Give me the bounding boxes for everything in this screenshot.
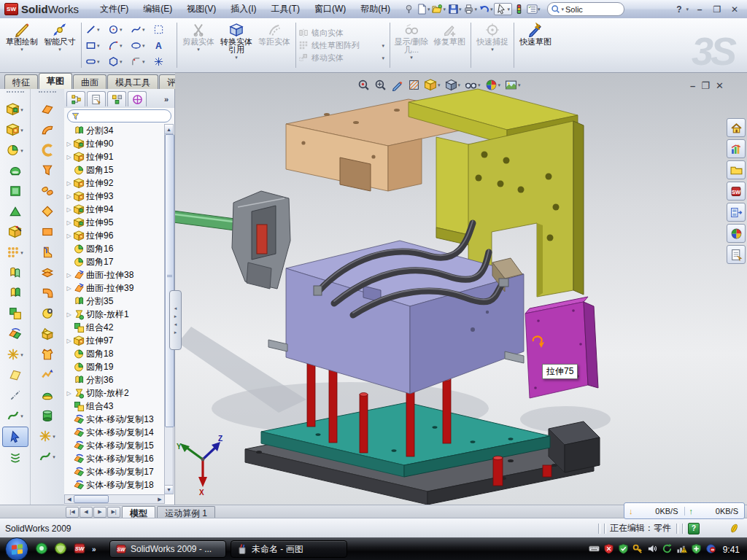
tree-item[interactable]: 实体-移动/复制13	[66, 413, 165, 426]
undo-button[interactable]: ▾	[479, 3, 494, 15]
tree-item[interactable]: ▷拉伸94	[66, 203, 165, 216]
ref-star-button[interactable]: ▾	[3, 345, 28, 364]
curve-button[interactable]: ▾	[35, 447, 60, 466]
extrude-thin-button[interactable]: ▾	[3, 120, 28, 139]
ball-duo-tray-icon[interactable]	[705, 543, 716, 556]
orientation-button[interactable]: ▾	[425, 79, 441, 91]
document-minimize-button[interactable]: –	[690, 80, 695, 91]
dome-button[interactable]	[35, 386, 60, 405]
helix-button[interactable]	[3, 448, 28, 467]
scroll-right-icon[interactable]: ▶	[155, 497, 164, 502]
restore-button[interactable]: ❐	[711, 4, 724, 15]
rect-sheet-button[interactable]	[35, 222, 60, 241]
combine-button[interactable]	[3, 304, 28, 323]
tree-item[interactable]: 实体-移动/复制15	[66, 439, 165, 452]
cylinder-button[interactable]	[35, 406, 60, 425]
c-shape-button[interactable]	[35, 141, 60, 160]
split-button[interactable]	[3, 284, 28, 303]
menu-工具[interactable]: 工具(T)	[265, 1, 306, 18]
expander-icon[interactable]: ▷	[66, 311, 72, 318]
sw-cube-quicklaunch[interactable]: SW	[73, 542, 86, 557]
doc-new-button[interactable]: ▾	[416, 3, 431, 15]
tree-item[interactable]: 圆角16	[66, 242, 165, 255]
tree-item[interactable]: 圆角18	[66, 347, 165, 360]
more-tabs-button[interactable]: »	[164, 95, 173, 104]
save-button[interactable]: ▾	[447, 3, 462, 15]
expander-icon[interactable]: ▷	[66, 206, 72, 213]
appearances-ball-tab[interactable]	[727, 224, 746, 243]
point-button[interactable]	[152, 53, 174, 69]
part-slide-block[interactable]	[525, 297, 598, 398]
help-menu[interactable]: ?	[676, 4, 681, 15]
tree-item[interactable]: ▷拉伸92	[66, 176, 165, 190]
tree-item[interactable]: ▷切除-放样2	[66, 386, 165, 400]
move-copy-button[interactable]	[3, 324, 28, 343]
ref-star-button[interactable]: ▾	[35, 427, 60, 446]
tree-item[interactable]: ▷曲面-拉伸39	[66, 281, 165, 295]
toolbox-tab[interactable]: SW	[727, 182, 746, 201]
zigzag-button[interactable]	[35, 365, 60, 384]
ref-axis-button[interactable]	[3, 386, 28, 405]
scroll-left-icon[interactable]: ◀	[65, 497, 74, 502]
volume-tray-icon[interactable]	[647, 543, 658, 556]
funnel-button[interactable]	[35, 161, 60, 180]
key-gold-tray-icon[interactable]	[632, 543, 643, 556]
display-style-button[interactable]: ▾	[445, 79, 461, 91]
tree-item[interactable]: 组合43	[66, 400, 165, 413]
tree-item[interactable]: ▷拉伸90	[66, 137, 165, 150]
panel-splitter[interactable]: ◂▸◂▸	[169, 290, 182, 350]
elbow-button[interactable]	[35, 284, 60, 303]
study-nav-button-0[interactable]: |◀	[66, 507, 79, 518]
tree-item[interactable]: 实体-移动/复制17	[66, 465, 165, 478]
wedge-button[interactable]	[3, 202, 28, 221]
toolbar-grip[interactable]	[7, 91, 24, 98]
text-button[interactable]: A	[152, 37, 174, 53]
part-rod[interactable]	[175, 210, 235, 230]
taskbar-clock[interactable]: 9:41	[720, 545, 744, 555]
taskbar-button-paint[interactable]: 未命名 - 画图	[231, 540, 347, 558]
dimxpert-tab[interactable]	[128, 91, 147, 106]
vest-button[interactable]	[35, 345, 60, 364]
tree-item[interactable]: ▷切除-放样1	[66, 308, 165, 321]
folder-open-button[interactable]: ▾	[431, 3, 446, 15]
stack-button[interactable]	[35, 263, 60, 282]
scroll-down-icon[interactable]: ▼	[165, 485, 173, 494]
select-arrow-button[interactable]	[2, 427, 28, 447]
pan-pen-button[interactable]	[391, 79, 403, 91]
insert-part-button[interactable]	[3, 222, 28, 241]
convert-button[interactable]: 转换实体引用▾	[217, 20, 255, 71]
polygon-button[interactable]: ▾	[107, 53, 129, 69]
tree-item[interactable]: 实体-移动/复制18	[66, 478, 165, 491]
smart-dimension-button[interactable]: 智能尺寸▾	[41, 20, 79, 71]
expander-icon[interactable]: ▷	[66, 338, 72, 344]
toolbar-grip[interactable]	[39, 91, 56, 98]
circle-button[interactable]: ▾	[107, 21, 129, 37]
taskbar-button-solidworks[interactable]: SWSolidWorks 2009 - ...	[109, 540, 226, 558]
pin-button[interactable]	[403, 3, 415, 15]
cursor-button[interactable]: ▾	[494, 3, 512, 15]
tree-horizontal-scrollbar[interactable]: ◀ ▶	[64, 494, 165, 504]
propmgr-tab[interactable]	[87, 91, 106, 106]
tree-item[interactable]: ▷曲面-拉伸38	[66, 268, 165, 281]
tree-item[interactable]: 圆角19	[66, 360, 165, 373]
tree-item[interactable]: ▷拉伸91	[66, 150, 165, 163]
extrude-boss-button[interactable]: ▾	[3, 100, 28, 119]
start-button[interactable]	[5, 537, 28, 560]
study-nav-button-3[interactable]: ▶|	[107, 507, 120, 518]
section-button[interactable]	[408, 79, 420, 91]
search-box[interactable]: ▾ Solic	[547, 2, 624, 16]
tree-item[interactable]: 圆角15	[66, 163, 165, 176]
file-explorer-tab[interactable]	[727, 160, 746, 179]
tab-模型[interactable]: 模型	[122, 506, 155, 518]
expander-icon[interactable]: ▷	[66, 390, 72, 397]
tree-item[interactable]: ▷拉伸95	[66, 216, 165, 229]
document-restore-button[interactable]: ❐	[701, 80, 710, 91]
rapid-sketch-button[interactable]: 快速草图	[516, 20, 554, 71]
network-warning-tray-icon[interactable]: !	[676, 543, 687, 556]
traffic-light-button[interactable]	[513, 3, 525, 15]
diamond-button[interactable]	[35, 202, 60, 221]
sheet-orange-button[interactable]	[35, 100, 60, 119]
ellipse-button[interactable]: ▾	[129, 37, 152, 53]
minimize-button[interactable]: –	[693, 4, 706, 15]
featmgr-tab[interactable]	[66, 91, 85, 106]
